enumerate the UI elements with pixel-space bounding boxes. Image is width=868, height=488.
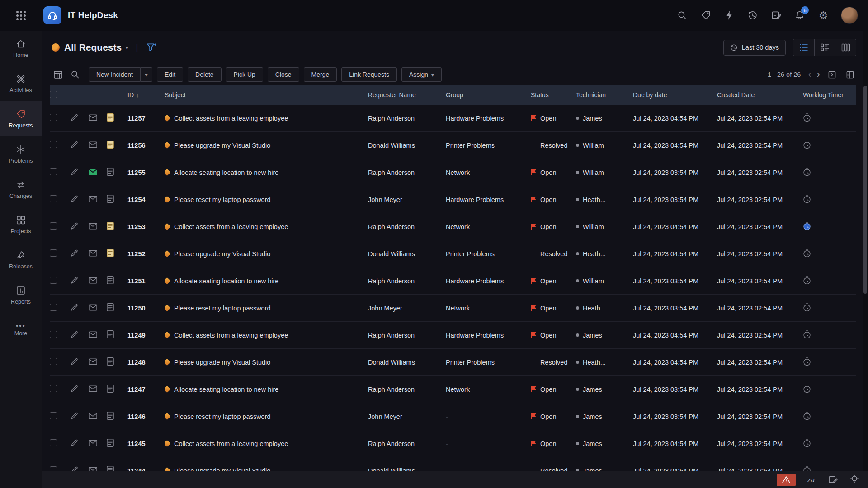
history-icon[interactable] <box>747 9 759 21</box>
filter-add-icon[interactable] <box>145 41 158 54</box>
column-view-button[interactable] <box>835 39 856 56</box>
mail-icon[interactable] <box>89 114 97 121</box>
sidebar-item-releases[interactable]: Releases <box>0 242 42 277</box>
doc-icon[interactable] <box>107 385 114 393</box>
request-subject[interactable]: Allocate seating location to new hire <box>174 277 278 285</box>
worklog-timer-icon[interactable] <box>803 439 811 447</box>
doc-icon[interactable] <box>107 439 114 447</box>
prev-page-icon[interactable]: ‹ <box>808 70 811 80</box>
translate-icon[interactable]: za <box>805 474 817 486</box>
edit-pencil-icon[interactable] <box>71 385 79 393</box>
mail-icon[interactable] <box>89 304 97 311</box>
column-header-created[interactable]: Created Date <box>717 91 803 99</box>
sidebar-item-more[interactable]: ••• More <box>0 313 42 348</box>
worklog-timer-icon[interactable] <box>803 168 811 176</box>
request-subject[interactable]: Please upgrade my Visual Studio <box>174 359 270 366</box>
delete-button[interactable]: Delete <box>188 67 221 82</box>
request-id[interactable]: 11250 <box>127 305 165 312</box>
request-subject[interactable]: Collect assets from a leaving employee <box>174 115 288 122</box>
list-search-icon[interactable] <box>69 68 81 81</box>
sidebar-item-home[interactable]: Home <box>0 31 42 66</box>
next-page-icon[interactable]: › <box>817 70 820 80</box>
settings-icon[interactable]: ⚙ <box>817 9 829 21</box>
table-settings-icon[interactable] <box>844 68 856 81</box>
request-id[interactable]: 11248 <box>127 359 165 366</box>
request-id[interactable]: 11249 <box>127 332 165 339</box>
row-checkbox[interactable] <box>50 195 57 202</box>
doc-icon[interactable] <box>107 249 114 257</box>
request-id[interactable]: 11245 <box>127 440 165 447</box>
select-all-checkbox[interactable] <box>50 91 57 98</box>
column-header-subject[interactable]: Subject <box>165 91 368 99</box>
pickup-button[interactable]: Pick Up <box>226 67 263 82</box>
mail-icon[interactable] <box>89 169 97 175</box>
doc-icon[interactable] <box>107 357 114 366</box>
row-checkbox[interactable] <box>50 385 57 392</box>
row-checkbox[interactable] <box>50 277 57 284</box>
request-subject[interactable]: Please reset my laptop password <box>174 413 271 420</box>
edit-pencil-icon[interactable] <box>71 276 79 284</box>
card-view-button[interactable] <box>814 39 835 56</box>
column-header-requester[interactable]: Requester Name <box>368 91 446 99</box>
worklog-timer-icon[interactable] <box>803 357 811 366</box>
edit-pencil-icon[interactable] <box>71 249 79 257</box>
sidebar-item-changes[interactable]: Changes <box>0 172 42 207</box>
doc-icon[interactable] <box>107 168 114 176</box>
list-view-button[interactable] <box>793 39 814 56</box>
request-subject[interactable]: Please reset my laptop password <box>174 305 271 312</box>
new-incident-button[interactable]: New Incident <box>89 67 141 82</box>
doc-icon[interactable] <box>107 222 114 230</box>
column-header-technician[interactable]: Technician <box>576 91 633 99</box>
column-header-group[interactable]: Group <box>446 91 531 99</box>
edit-button[interactable]: Edit <box>157 67 183 82</box>
doc-icon[interactable] <box>107 141 114 149</box>
column-chooser-icon[interactable] <box>52 68 64 81</box>
edit-pencil-icon[interactable] <box>71 412 79 420</box>
request-id[interactable]: 11253 <box>127 223 165 230</box>
request-id[interactable]: 11254 <box>127 196 165 203</box>
column-header-due[interactable]: Due by date <box>633 91 717 99</box>
link-requests-button[interactable]: Link Requests <box>341 67 397 82</box>
merge-button[interactable]: Merge <box>304 67 337 82</box>
mail-icon[interactable] <box>89 331 97 338</box>
compose-note-icon[interactable] <box>826 474 839 486</box>
table-row[interactable]: 11247 Allocate seating location to new h… <box>50 376 856 403</box>
sidebar-item-activities[interactable]: Activities <box>0 66 42 101</box>
doc-icon[interactable] <box>107 303 114 311</box>
worklog-timer-icon[interactable] <box>803 385 811 393</box>
table-row[interactable]: 11251 Allocate seating location to new h… <box>50 267 856 295</box>
request-subject[interactable]: Allocate seating location to new hire <box>174 169 278 176</box>
mail-icon[interactable] <box>89 277 97 284</box>
worklog-timer-icon[interactable] <box>803 276 811 285</box>
view-dropdown-icon[interactable]: ▾ <box>125 44 128 51</box>
mail-icon[interactable] <box>89 196 97 202</box>
mail-icon[interactable] <box>89 141 97 148</box>
table-row[interactable]: 11250 Please reset my laptop password Jo… <box>50 295 856 322</box>
sidebar-item-problems[interactable]: Problems <box>0 136 42 172</box>
sidebar-item-projects[interactable]: Projects <box>0 207 42 242</box>
row-checkbox[interactable] <box>50 412 57 419</box>
whats-new-icon[interactable] <box>700 9 712 21</box>
mail-icon[interactable] <box>89 223 97 230</box>
row-checkbox[interactable] <box>50 168 57 175</box>
search-icon[interactable] <box>676 9 688 21</box>
row-checkbox[interactable] <box>50 141 57 148</box>
table-row[interactable]: 11252 Please upgrade my Visual Studio Do… <box>50 240 856 267</box>
row-checkbox[interactable] <box>50 439 57 446</box>
mail-icon[interactable] <box>89 250 97 257</box>
edit-pencil-icon[interactable] <box>71 330 79 338</box>
sidebar-item-reports[interactable]: Reports <box>0 277 42 313</box>
table-row[interactable]: 11257 Collect assets from a leaving empl… <box>50 105 856 132</box>
mail-icon[interactable] <box>89 413 97 419</box>
request-id[interactable]: 11256 <box>127 142 165 149</box>
worklog-timer-icon[interactable] <box>803 330 811 339</box>
request-id[interactable]: 11255 <box>127 169 165 176</box>
worklog-timer-icon[interactable] <box>803 113 811 122</box>
request-id[interactable]: 11246 <box>127 413 165 420</box>
user-avatar[interactable] <box>841 7 858 24</box>
row-checkbox[interactable] <box>50 222 57 230</box>
period-filter-button[interactable]: Last 30 days <box>723 40 786 56</box>
table-row[interactable]: 11246 Please reset my laptop password Jo… <box>50 403 856 430</box>
worklog-timer-icon[interactable] <box>803 222 811 230</box>
row-checkbox[interactable] <box>50 249 57 257</box>
